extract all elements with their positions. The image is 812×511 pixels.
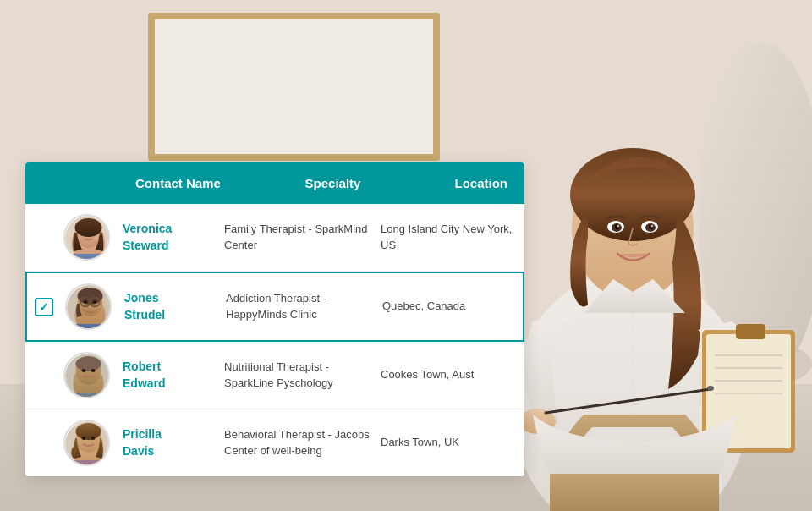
header-contact-name: Contact Name xyxy=(118,162,288,204)
specialty-robert: Nutritional Therapist - SparkLine Pyscho… xyxy=(224,360,381,390)
table-row-selected[interactable]: ✓ xyxy=(25,272,524,342)
svg-point-51 xyxy=(91,369,96,372)
header-specialty: Specialty xyxy=(288,162,438,204)
header-location: Location xyxy=(438,162,525,204)
svg-point-50 xyxy=(82,369,86,372)
svg-rect-60 xyxy=(65,460,110,466)
svg-point-49 xyxy=(76,356,102,371)
svg-point-58 xyxy=(82,437,86,440)
svg-point-13 xyxy=(651,225,654,228)
svg-point-30 xyxy=(81,232,86,236)
specialty-pricilla: Behavioral Therapist - Jacobs Center of … xyxy=(224,427,381,458)
frame-outer xyxy=(148,13,440,161)
row-info-jones: Jones Strudel Addiction Therapist - Happ… xyxy=(124,290,523,323)
table-row[interactable]: Pricilla Davis Behavioral Therapist - Ja… xyxy=(25,409,524,476)
row-info-pricilla: Pricilla Davis Behavioral Therapist - Ja… xyxy=(123,426,524,459)
checkmark-icon: ✓ xyxy=(39,300,49,314)
specialty-jones: Addiction Therapist - HappyMinds Clinic xyxy=(226,291,382,321)
svg-point-31 xyxy=(91,232,96,236)
contact-name-robert: Robert Edward xyxy=(123,359,224,392)
avatar-jones xyxy=(65,283,112,330)
frame-inner xyxy=(155,19,433,154)
svg-rect-44 xyxy=(67,324,112,330)
svg-point-12 xyxy=(617,225,620,228)
svg-rect-52 xyxy=(65,393,110,398)
checkbox-checked[interactable]: ✓ xyxy=(35,298,53,316)
avatar-pricilla xyxy=(63,420,110,466)
row-checkbox-jones[interactable]: ✓ xyxy=(27,298,61,316)
location-veronica: Long Island City New York, US xyxy=(381,222,524,252)
svg-rect-17 xyxy=(736,324,765,339)
svg-point-57 xyxy=(76,423,102,440)
svg-point-59 xyxy=(91,437,96,440)
contact-name-jones: Jones Strudel xyxy=(124,290,226,323)
contact-name-pricilla: Pricilla Davis xyxy=(123,426,224,459)
avatar-robert xyxy=(63,352,110,398)
contacts-table: Contact Name Specialty Location xyxy=(25,162,524,476)
table-header: Contact Name Specialty Location xyxy=(25,162,524,204)
location-jones: Quebec, Canada xyxy=(382,299,523,314)
location-robert: Cookes Town, Aust xyxy=(381,367,524,382)
table-row[interactable]: Robert Edward Nutritional Therapist - Sp… xyxy=(25,342,524,409)
svg-point-38 xyxy=(84,300,88,304)
specialty-veronica: Family Therapist - SparkMind Center xyxy=(224,222,381,252)
svg-rect-32 xyxy=(65,254,110,261)
avatar-veronica xyxy=(63,214,110,261)
contact-name-veronica: Veronica Steward xyxy=(123,221,224,254)
svg-point-39 xyxy=(93,300,97,304)
decorative-frame xyxy=(148,13,440,161)
table-row[interactable]: Veronica Steward Family Therapist - Spar… xyxy=(25,204,524,272)
svg-point-29 xyxy=(75,218,102,237)
row-info-robert: Robert Edward Nutritional Therapist - Sp… xyxy=(123,359,524,392)
row-info-veronica: Veronica Steward Family Therapist - Spar… xyxy=(123,221,524,254)
svg-point-23 xyxy=(707,386,714,391)
location-pricilla: Darks Town, UK xyxy=(381,435,524,450)
